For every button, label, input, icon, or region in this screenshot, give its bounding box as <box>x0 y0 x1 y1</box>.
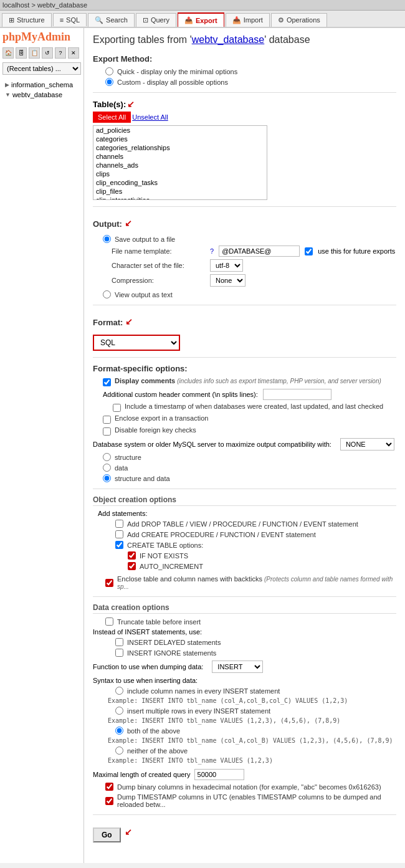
go-row: Go ↙ <box>93 821 396 842</box>
main-content: Exporting tables from 'webtv_database' d… <box>84 28 405 863</box>
sidebar-icon-exit[interactable]: ✕ <box>68 47 79 59</box>
tree-arrow-webtv: ▼ <box>5 92 11 98</box>
charset-select[interactable]: utf-8 <box>210 259 243 272</box>
backticks-checkbox[interactable] <box>105 579 113 587</box>
table-option-categories-rel[interactable]: categories_relationships <box>93 143 267 152</box>
export-structure-row: structure <box>103 453 396 461</box>
insert-delayed-checkbox[interactable] <box>115 638 123 646</box>
format-select[interactable]: SQL CSV XML JSON <box>93 335 180 351</box>
truncate-label: Truncate table before insert <box>117 618 201 626</box>
nav-tabs: ⊞ Structure ≡ SQL 🔍 Search ⊡ Query 📤 Exp… <box>0 11 405 28</box>
insert-ignore-label: INSERT IGNORE statements <box>127 649 216 657</box>
truncate-row: Truncate table before insert <box>105 618 396 626</box>
format-options-section: Format-specific options: Display comment… <box>93 364 396 482</box>
output-view-row: View output as text <box>103 290 396 298</box>
tab-search[interactable]: 🔍 Search <box>88 13 135 27</box>
output-save-label: Save output to a file <box>115 236 175 243</box>
insert-delayed-label: INSERT DELAYED statements <box>127 639 221 646</box>
sidebar-item-webtv-database[interactable]: ▼ webtv_database <box>2 90 81 100</box>
main-layout: phpMyAdmin 🏠 🗄 📋 ↺ ? ✕ (Recent tables) .… <box>0 28 405 863</box>
export-both-label: structure and data <box>115 475 170 482</box>
output-view-radio[interactable] <box>103 290 111 298</box>
sidebar-icon-db[interactable]: 🗄 <box>16 47 27 59</box>
compression-select[interactable]: None <box>210 274 245 287</box>
include-col-radio[interactable] <box>115 687 123 695</box>
display-comments-checkbox[interactable] <box>103 378 111 386</box>
export-method-custom-radio[interactable] <box>105 78 113 86</box>
create-table-options-row: CREATE TABLE options: <box>115 541 396 549</box>
object-creation-title: Object creation options <box>93 495 396 506</box>
unselect-all-button[interactable]: Unselect All <box>132 112 168 123</box>
table-option-channels[interactable]: channels <box>93 152 267 161</box>
enclose-transaction-checkbox[interactable] <box>103 416 111 424</box>
tab-export[interactable]: 📤 Export <box>178 12 224 27</box>
export-method-quick-radio[interactable] <box>105 67 113 75</box>
include-col-label: include column names in every INSERT sta… <box>127 687 280 695</box>
backticks-label: Enclose table and column names with back… <box>117 575 396 590</box>
truncate-checkbox[interactable] <box>105 618 113 626</box>
table-option-ad-policies[interactable]: ad_policies <box>93 126 267 135</box>
table-option-clips[interactable]: clips <box>93 169 267 178</box>
tab-import[interactable]: 📥 Import <box>226 13 270 27</box>
browser-url: localhost > webtv_database <box>2 1 87 9</box>
maxlen-label: Maximal length of created query <box>93 771 191 778</box>
sidebar-icon-table[interactable]: 📋 <box>29 47 40 59</box>
tab-structure[interactable]: ⊞ Structure <box>2 13 52 27</box>
if-not-exists-checkbox[interactable] <box>128 551 136 560</box>
insert-ignore-checkbox[interactable] <box>115 649 123 657</box>
go-button[interactable]: Go <box>93 827 121 842</box>
charset-label: Character set of the file: <box>112 262 205 269</box>
both-above-radio[interactable] <box>115 727 123 735</box>
tables-label: Table(s): <box>93 100 126 109</box>
export-structure-label: structure <box>115 454 141 461</box>
auto-increment-checkbox[interactable] <box>128 562 136 570</box>
insert-multiple-radio[interactable] <box>115 707 123 715</box>
export-structure-radio[interactable] <box>103 453 111 461</box>
insert-delayed-row: INSERT DELAYED statements <box>115 638 396 646</box>
sidebar-icon-help[interactable]: ? <box>55 47 66 59</box>
filename-template-input[interactable] <box>219 246 300 257</box>
filename-template-label: File name template: <box>112 247 205 255</box>
table-option-channels-ads[interactable]: channels_ads <box>93 161 267 169</box>
export-both-radio[interactable] <box>103 474 111 482</box>
tab-operations[interactable]: ⚙ Operations <box>271 13 327 27</box>
import-icon: 📥 <box>232 16 241 24</box>
instead-label: Instead of INSERT statements, use: <box>93 628 396 636</box>
create-table-options-checkbox[interactable] <box>115 541 123 549</box>
both-example: Example: INSERT INTO tbl_name (col_A,col… <box>108 737 396 744</box>
sidebar-item-information-schema[interactable]: ▶ information_schema <box>2 80 81 90</box>
table-option-categories[interactable]: categories <box>93 135 267 143</box>
sidebar-icon-reload[interactable]: ↺ <box>42 47 53 59</box>
auto-increment-row: AUTO_INCREMENT <box>128 562 396 570</box>
table-option-clip-files[interactable]: clip_files <box>93 187 267 196</box>
dump-timestamp-checkbox[interactable] <box>105 797 113 805</box>
tab-query[interactable]: ⊡ Query <box>136 13 176 27</box>
export-data-radio[interactable] <box>103 464 111 472</box>
data-creation-section: Data creation options Truncate table bef… <box>93 603 396 808</box>
disable-foreign-checkbox[interactable] <box>103 427 111 436</box>
add-create-proc-checkbox[interactable] <box>115 530 123 538</box>
table-option-clip-inter[interactable]: clip_interactivities <box>93 196 267 200</box>
maxlen-input[interactable] <box>194 769 244 780</box>
add-drop-checkbox[interactable] <box>115 520 123 528</box>
timestamp-checkbox[interactable] <box>113 404 121 412</box>
db-system-select[interactable]: NONE ANSI DB2 MYSQL323 <box>340 438 394 451</box>
sidebar-icon-home[interactable]: 🏠 <box>2 47 14 59</box>
object-creation-section: Object creation options Add statements: … <box>93 495 396 590</box>
table-option-clip-encoding[interactable]: clip_encoding_tasks <box>93 178 267 187</box>
function-select[interactable]: INSERT UPDATE REPLACE <box>212 661 263 673</box>
tables-list[interactable]: ad_policies categories categories_relati… <box>93 125 267 200</box>
use-future-checkbox[interactable] <box>305 247 313 255</box>
enclose-transaction-label: Enclose export in a transaction <box>115 414 208 422</box>
custom-header-input[interactable] <box>263 389 331 400</box>
neither-above-radio[interactable] <box>115 746 123 755</box>
export-method-label: Export Method: <box>93 54 396 64</box>
recent-tables-select[interactable]: (Recent tables) ... <box>2 62 81 75</box>
help-icon[interactable]: ? <box>210 247 214 255</box>
tab-sql[interactable]: ≡ SQL <box>53 13 87 26</box>
dump-binary-checkbox[interactable] <box>105 783 113 791</box>
insert-multiple-label: insert multiple rows in every INSERT sta… <box>127 707 270 715</box>
output-save-radio[interactable] <box>103 235 111 243</box>
create-table-options-label: CREATE TABLE options: <box>127 541 203 549</box>
select-all-button[interactable]: Select All <box>93 112 131 123</box>
